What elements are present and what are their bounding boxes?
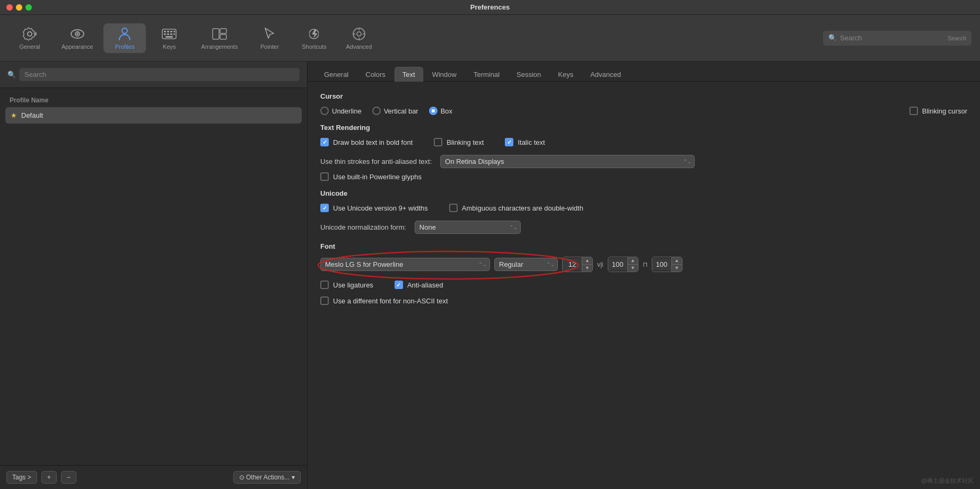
unicode-version-item[interactable]: Use Unicode version 9+ widths (320, 204, 428, 212)
cursor-vertical-bar-radio[interactable] (372, 107, 381, 115)
font-size-input[interactable] (563, 258, 582, 270)
cursor-vertical-bar[interactable]: Vertical bar (372, 107, 418, 115)
non-ascii-font-checkbox[interactable] (320, 296, 329, 305)
toolbar-item-general[interactable]: General (8, 23, 51, 53)
cursor-box[interactable]: Box (429, 107, 452, 115)
gear-icon (22, 27, 37, 41)
tab-terminal[interactable]: Terminal (466, 67, 508, 82)
spacing-v-input[interactable] (608, 258, 627, 270)
unicode-section-title: Unicode (320, 189, 967, 197)
toolbar-item-keys[interactable]: Keys (148, 23, 190, 53)
blinking-text-item[interactable]: Blinking text (434, 138, 484, 146)
spacing-v-up-button[interactable]: ▲ (628, 257, 638, 265)
svg-rect-16 (220, 34, 226, 39)
font-name-select[interactable]: Meslo LG S for Powerline (320, 258, 490, 271)
toolbar-advanced-label: Advanced (346, 43, 372, 50)
toolbar-item-appearance[interactable]: Appearance (53, 23, 101, 53)
tab-advanced[interactable]: Advanced (582, 67, 629, 82)
profile-name: Default (21, 111, 43, 119)
blinking-cursor-item[interactable]: Blinking cursor (909, 107, 967, 115)
toolbar-item-shortcuts[interactable]: Shortcuts (293, 23, 335, 53)
svg-rect-12 (173, 33, 175, 35)
toolbar-shortcuts-label: Shortcuts (302, 43, 326, 50)
cursor-underline-radio[interactable] (320, 107, 329, 115)
spacing-h-stepper[interactable]: ▲ ▼ (652, 257, 682, 272)
ligatures-checkbox[interactable] (320, 281, 329, 289)
font-size-up-button[interactable]: ▲ (582, 257, 592, 265)
other-actions-dropdown[interactable]: ⊙ Other Actions... ▾ (233, 471, 301, 484)
thin-strokes-select[interactable]: On Retina Displays Always Never On Non-R… (440, 155, 695, 168)
powerline-glyphs-item[interactable]: Use built-in Powerline glyphs (320, 172, 967, 181)
ambiguous-item[interactable]: Ambiguous characters are double-width (449, 204, 583, 212)
toolbar-search[interactable]: 🔍 Search (823, 31, 972, 46)
italic-text-checkbox[interactable] (505, 138, 513, 146)
spacing-h-down-button[interactable]: ▼ (672, 265, 682, 272)
cursor-box-radio[interactable] (429, 107, 438, 115)
toolbar-item-pointer[interactable]: Pointer (248, 23, 291, 53)
non-ascii-font-item[interactable]: Use a different font for non-ASCII text (320, 296, 967, 305)
toolbar-items: General Appearance Profiles (8, 23, 821, 53)
spacing-h-stepper-buttons: ▲ ▼ (671, 257, 682, 272)
left-footer: Tags > + − ⊙ Other Actions... ▾ (0, 465, 307, 489)
tab-window[interactable]: Window (424, 67, 465, 82)
font-controls-wrapper: Meslo LG S for Powerline Regular Bold It… (320, 257, 682, 272)
profile-item-default[interactable]: ★ Default (5, 107, 302, 124)
other-actions-label: ⊙ Other Actions... (239, 474, 290, 481)
font-section-title: Font (320, 242, 967, 250)
ambiguous-checkbox[interactable] (449, 204, 458, 212)
font-size-down-button[interactable]: ▼ (582, 265, 592, 272)
unicode-normalization-label: Unicode normalization form: (320, 223, 406, 231)
svg-point-19 (357, 32, 361, 36)
minimize-button[interactable] (16, 4, 22, 11)
unicode-normalization-select-wrapper[interactable]: None NFC NFD NFKC NFKD (415, 221, 521, 234)
toolbar-item-arrangements[interactable]: Arrangements (192, 23, 246, 53)
toolbar-item-profiles[interactable]: Profiles (103, 23, 146, 53)
thin-strokes-row: Use thin strokes for anti-aliased text: … (320, 155, 967, 168)
add-profile-button[interactable]: + (41, 471, 57, 484)
unicode-normalization-select[interactable]: None NFC NFD NFKC NFKD (415, 221, 521, 234)
font-style-select-wrapper[interactable]: Regular Bold Italic Bold Italic (494, 258, 558, 271)
draw-bold-checkbox[interactable] (320, 138, 329, 146)
ligatures-item[interactable]: Use ligatures (320, 281, 373, 289)
thin-strokes-select-wrapper[interactable]: On Retina Displays Always Never On Non-R… (440, 155, 695, 168)
sub-tabs: General Colors Text Window Terminal Sess… (308, 62, 980, 82)
svg-rect-8 (173, 31, 175, 32)
toolbar-search-input[interactable] (840, 34, 944, 42)
tab-session[interactable]: Session (509, 67, 549, 82)
close-button[interactable] (6, 4, 13, 11)
italic-text-label: Italic text (518, 138, 545, 146)
draw-bold-item[interactable]: Draw bold text in bold font (320, 138, 413, 146)
unicode-version-checkbox[interactable] (320, 204, 329, 212)
anti-aliased-checkbox[interactable] (395, 281, 403, 289)
spacing-h-input[interactable] (652, 258, 671, 270)
window-title: Preferences (470, 3, 510, 11)
maximize-button[interactable] (25, 4, 32, 11)
draw-bold-label: Draw bold text in bold font (333, 138, 413, 146)
tags-button[interactable]: Tags > (6, 471, 37, 484)
blinking-cursor-checkbox[interactable] (909, 107, 918, 115)
tab-colors[interactable]: Colors (357, 67, 393, 82)
font-name-select-wrapper[interactable]: Meslo LG S for Powerline (320, 258, 490, 271)
toolbar: General Appearance Profiles (0, 15, 980, 62)
spacing-v-stepper[interactable]: ▲ ▼ (608, 257, 638, 272)
font-size-stepper[interactable]: ▲ ▼ (562, 257, 593, 272)
tab-keys[interactable]: Keys (550, 67, 581, 82)
spacing-h-up-button[interactable]: ▲ (672, 257, 682, 265)
blinking-cursor-label: Blinking cursor (922, 107, 967, 115)
left-search-input[interactable] (19, 68, 300, 81)
spacing-v-down-button[interactable]: ▼ (628, 265, 638, 272)
tab-text[interactable]: Text (395, 67, 423, 82)
blinking-text-checkbox[interactable] (434, 138, 442, 146)
cursor-underline[interactable]: Underline (320, 107, 362, 115)
left-search-bar: 🔍 (0, 62, 307, 88)
anti-aliased-item[interactable]: Anti-aliased (395, 281, 443, 289)
font-style-select[interactable]: Regular Bold Italic Bold Italic (494, 258, 558, 271)
toolbar-item-advanced[interactable]: Advanced (337, 23, 380, 53)
non-ascii-font-label: Use a different font for non-ASCII text (333, 297, 448, 305)
tab-general[interactable]: General (316, 67, 356, 82)
italic-text-item[interactable]: Italic text (505, 138, 545, 146)
powerline-glyphs-checkbox[interactable] (320, 172, 329, 181)
person-icon (117, 27, 132, 41)
remove-profile-button[interactable]: − (61, 471, 76, 484)
font-section: Font Meslo LG S for Powerline Regular Bo… (320, 242, 967, 305)
